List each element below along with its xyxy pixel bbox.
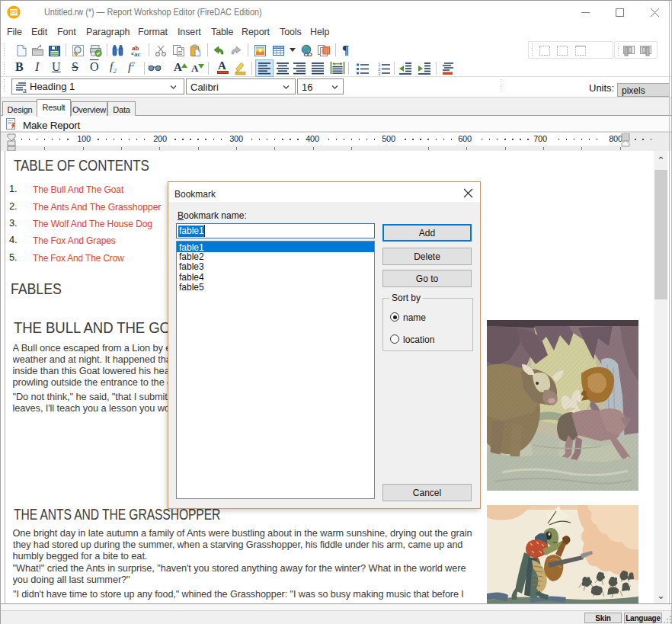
svg-text:a: a (23, 85, 27, 94)
svg-text:3: 3 (378, 72, 381, 75)
svg-text:ac: ac (134, 50, 141, 57)
svg-text:<>: <> (11, 10, 17, 15)
